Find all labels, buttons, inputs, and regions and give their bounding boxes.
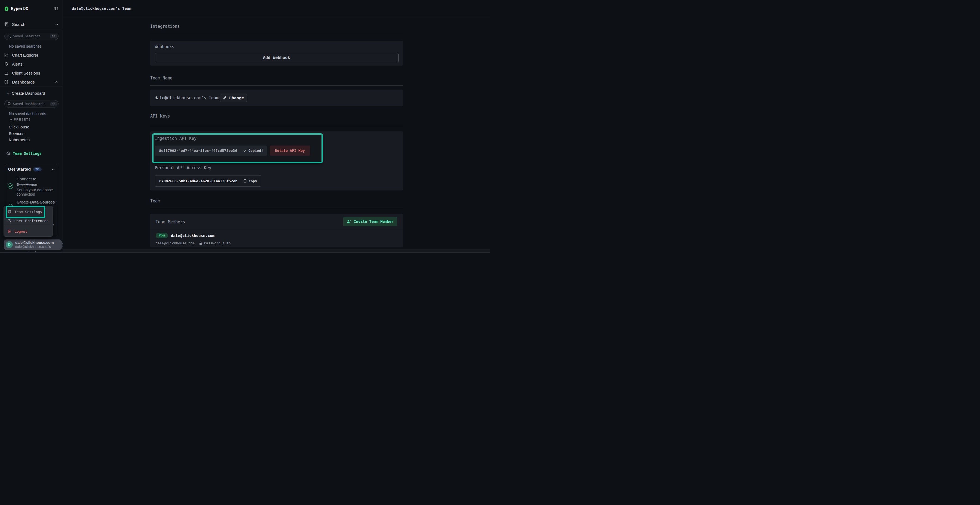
preset-item-services[interactable]: Services — [9, 131, 24, 136]
brand-title: HyperDX — [11, 6, 28, 11]
person-gear-icon — [8, 219, 11, 222]
sidebar-section-dashboards[interactable]: Dashboards — [0, 78, 63, 87]
checklist-item-title: Connect to ClickHouse — [17, 176, 56, 187]
section-divider — [150, 209, 403, 209]
invite-button-label: Invite Team Member — [354, 219, 394, 224]
sidebar-nav: Chart Explorer Alerts Client Sessions Da… — [0, 51, 63, 87]
pencil-icon — [223, 96, 226, 100]
menu-item-team-settings[interactable]: Team Settings — [5, 207, 52, 216]
sidebar-section-search[interactable]: Search — [0, 20, 63, 29]
api-keys-card: Ingestion API Key 8e887902-4ed7-44ea-8fe… — [150, 132, 403, 191]
team-name-heading: Team Name — [150, 76, 172, 80]
section-divider — [150, 126, 403, 126]
team-members-label: Team Members — [156, 219, 185, 224]
change-button-label: Change — [229, 95, 244, 100]
chart-explorer-icon — [4, 53, 8, 57]
search-section-icon — [4, 22, 8, 26]
clipboard-icon — [243, 179, 247, 183]
gear-icon — [8, 210, 11, 214]
add-webhook-button[interactable]: Add Webhook — [154, 53, 399, 63]
presets-toggle[interactable]: PRESETS — [10, 118, 31, 121]
menu-item-label: User Preferences — [14, 219, 48, 223]
check-icon — [243, 149, 247, 152]
preset-item-clickhouse[interactable]: ClickHouse — [9, 125, 29, 129]
account-menu-popup: Team Settings User Preferences Logout — [3, 206, 53, 237]
sidebar: HyperDX Search Saved Searches ⌘K No save… — [0, 0, 63, 252]
saved-searches-placeholder: Saved Searches — [13, 34, 41, 38]
you-badge: You — [156, 233, 168, 238]
section-divider — [150, 34, 403, 34]
personal-api-key-label: Personal API Access Key — [155, 165, 212, 170]
sidebar-item-label: Alerts — [12, 62, 22, 67]
logout-icon — [8, 229, 11, 233]
search-section-label: Search — [12, 22, 25, 27]
sidebar-item-client-sessions[interactable]: Client Sessions — [0, 68, 63, 78]
bottom-edge-line — [0, 252, 490, 252]
page-title: dale@clickhouse.com's Team — [72, 6, 132, 11]
personal-key-row: 87982668-58b1-4d6e-a620-014a136f52eb Cop… — [154, 175, 261, 187]
auth-method: Password Auth — [204, 241, 231, 245]
bell-icon — [4, 62, 8, 66]
preset-item-kubernetes[interactable]: Kubernetes — [9, 137, 30, 142]
integrations-heading: Integrations — [150, 24, 180, 29]
team-members-card: Team Members Invite Team Member You dale… — [150, 214, 403, 248]
get-started-header[interactable]: Get Started 2/3 — [5, 164, 58, 172]
checklist-item-connect[interactable]: Connect to ClickHouse Set up your databa… — [5, 176, 56, 197]
settings-content: Integrations Webhooks Add Webhook Team N… — [150, 17, 403, 253]
ingestion-key-pill[interactable]: 8e887902-4ed7-44ea-8fec-f47cd578be36 Cop… — [154, 146, 267, 156]
checklist-item-subtitle: Set up your database connection — [17, 188, 56, 197]
team-name-value: dale@clickhouse.com's Team — [154, 95, 219, 100]
ingestion-key-row: 8e887902-4ed7-44ea-8fec-f47cd578be36 Cop… — [154, 146, 310, 156]
saved-searches-input[interactable]: Saved Searches ⌘K — [4, 33, 59, 40]
laptop-icon — [4, 71, 8, 75]
no-saved-dashboards-note: No saved dashboards — [9, 111, 46, 116]
sidebar-item-team-settings[interactable]: Team Settings — [0, 150, 63, 157]
team-member-row: You dale@clickhouse.com — [156, 233, 215, 238]
page-header: dale@clickhouse.com's Team — [63, 0, 490, 17]
search-icon — [8, 102, 11, 106]
check-circle-icon — [8, 183, 13, 189]
card-divider — [150, 230, 403, 230]
user-account-button[interactable]: D dale@clickhouse.com dale@clickhouse.co… — [4, 240, 62, 250]
menu-item-label: Team Settings — [14, 210, 42, 214]
no-saved-searches-note: No saved searches — [9, 44, 41, 48]
checklist-item-title: Create Data Sources — [17, 199, 56, 205]
rotate-api-key-button[interactable]: Rotate API Key — [270, 146, 310, 156]
user-email: dale@clickhouse.com — [15, 241, 54, 245]
copy-label: Copy — [248, 179, 257, 183]
cmd-k-shortcut: ⌘K — [50, 34, 57, 38]
saved-dashboards-placeholder: Saved Dashboards — [13, 102, 45, 106]
main-area: dale@clickhouse.com's Team Integrations … — [63, 0, 490, 252]
search-icon — [8, 35, 11, 38]
sidebar-item-label: Client Sessions — [12, 71, 40, 75]
change-team-name-button[interactable]: Change — [220, 94, 247, 102]
personal-key-pill[interactable]: 87982668-58b1-4d6e-a620-014a136f52eb Cop… — [154, 175, 261, 187]
lock-icon — [199, 241, 202, 245]
member-email-sub: dale@clickhouse.com — [156, 241, 195, 245]
user-chip-text: dale@clickhouse.com dale@clickhouse.com'… — [15, 241, 54, 249]
presets-label: PRESETS — [14, 118, 31, 121]
saved-dashboards-input[interactable]: Saved Dashboards ⌘K — [4, 100, 59, 108]
ingestion-key-value: 8e887902-4ed7-44ea-8fec-f47cd578be36 — [159, 149, 237, 152]
webhooks-label: Webhooks — [154, 44, 399, 49]
get-started-title: Get Started — [8, 167, 31, 172]
webhooks-card: Webhooks Add Webhook — [150, 41, 403, 65]
sidebar-item-chart-explorer[interactable]: Chart Explorer — [0, 51, 63, 60]
create-dashboard-button[interactable]: + Create Dashboard — [0, 89, 63, 97]
dashboards-icon — [4, 80, 8, 84]
person-plus-icon — [347, 220, 351, 223]
progress-badge: 2/3 — [33, 167, 41, 172]
personal-key-value: 87982668-58b1-4d6e-a620-014a136f52eb — [159, 179, 237, 183]
sidebar-collapse-icon[interactable] — [54, 7, 58, 11]
menu-item-logout[interactable]: Logout — [5, 227, 52, 236]
dashboards-section-label: Dashboards — [12, 80, 35, 85]
sidebar-item-alerts[interactable]: Alerts — [0, 60, 63, 68]
copied-label: Copied! — [248, 149, 263, 152]
invite-team-member-button[interactable]: Invite Team Member — [343, 217, 397, 227]
plus-icon: + — [6, 91, 9, 96]
hyperdx-logo-icon — [5, 6, 8, 11]
menu-item-user-preferences[interactable]: User Preferences — [5, 216, 52, 225]
menu-divider — [5, 226, 51, 226]
team-member-details: dale@clickhouse.com Password Auth — [156, 241, 231, 245]
team-name-card: dale@clickhouse.com's Team Change — [150, 89, 403, 106]
